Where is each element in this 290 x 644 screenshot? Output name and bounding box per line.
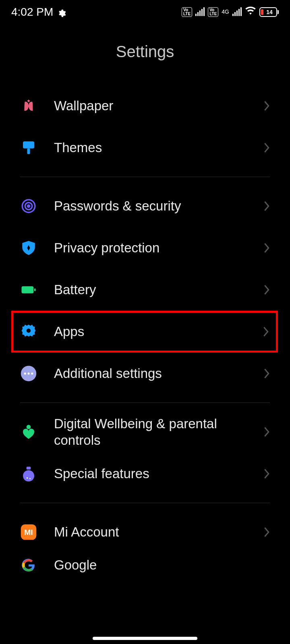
fingerprint-icon [20,198,37,215]
svg-rect-1 [27,149,30,154]
row-apps[interactable]: Apps [11,311,278,353]
row-label: Digital Wellbeing & parental controls [54,415,263,449]
chevron-right-icon [263,142,270,153]
svg-rect-6 [34,289,36,291]
shield-icon [20,239,37,256]
chevron-right-icon [263,468,270,479]
svg-text:MI: MI [24,528,33,537]
wifi-icon [245,6,256,19]
svg-rect-0 [23,141,34,149]
network-type: 4G [222,9,229,14]
row-battery[interactable]: Battery [0,269,290,311]
row-label: Apps [54,323,263,340]
signal2-icon [232,8,242,16]
row-label: Battery [54,281,263,298]
row-label: Special features [54,465,263,482]
row-additional[interactable]: Additional settings [0,353,290,394]
home-indicator[interactable] [93,637,197,640]
svg-point-9 [24,372,26,374]
row-wallpaper[interactable]: Wallpaper [0,85,290,127]
svg-point-4 [27,205,29,207]
cog-icon [20,323,37,340]
row-special[interactable]: Special features [0,453,290,495]
brush-icon [20,139,37,156]
divider [20,503,270,503]
row-label: Google [54,557,270,573]
signal1-icon [195,8,205,16]
row-label: Privacy protection [54,239,263,256]
mi-icon: MI [20,524,37,541]
svg-point-11 [31,372,33,374]
svg-point-16 [29,478,31,479]
row-google[interactable]: Google [0,553,290,577]
google-icon [20,557,37,574]
row-themes[interactable]: Themes [0,127,290,169]
volte-icon: VoLTE [182,7,192,17]
chevron-right-icon [263,200,270,212]
svg-point-15 [27,477,28,479]
svg-point-7 [27,328,31,333]
divider [20,402,270,403]
battery-icon [20,281,37,298]
row-mi-account[interactable]: MI Mi Account [0,511,290,553]
battery-indicator: 14 [259,7,279,17]
flower-icon [20,97,37,114]
row-label: Additional settings [54,365,263,382]
row-wellbeing[interactable]: Digital Wellbeing & parental controls [0,411,290,453]
person-heart-icon [20,423,37,440]
svg-point-10 [27,372,29,374]
row-label: Mi Account [54,524,263,540]
row-privacy[interactable]: Privacy protection [0,227,290,269]
settings-list: Wallpaper Themes Passwords & security Pr… [0,85,290,577]
status-bar: 4:02 PM VoLTE VoLTE 4G 14 [0,0,290,24]
flask-icon [20,465,37,482]
row-passwords[interactable]: Passwords & security [0,185,290,227]
page-title: Settings [0,24,290,85]
dots-icon [20,365,37,382]
chevron-right-icon [263,326,269,337]
row-label: Wallpaper [54,97,263,114]
status-time: 4:02 PM [11,6,53,19]
volte2-icon: VoLTE [208,7,218,17]
svg-point-14 [23,470,34,481]
row-label: Themes [54,139,263,156]
svg-rect-5 [22,286,34,293]
settings-notification-icon [57,8,66,17]
chevron-right-icon [263,242,270,254]
chevron-right-icon [263,426,270,438]
svg-rect-13 [27,467,31,470]
chevron-right-icon [263,526,270,538]
divider [20,177,270,177]
row-label: Passwords & security [54,198,263,214]
chevron-right-icon [263,100,270,111]
chevron-right-icon [263,284,270,295]
svg-point-12 [27,425,31,429]
chevron-right-icon [263,368,270,379]
